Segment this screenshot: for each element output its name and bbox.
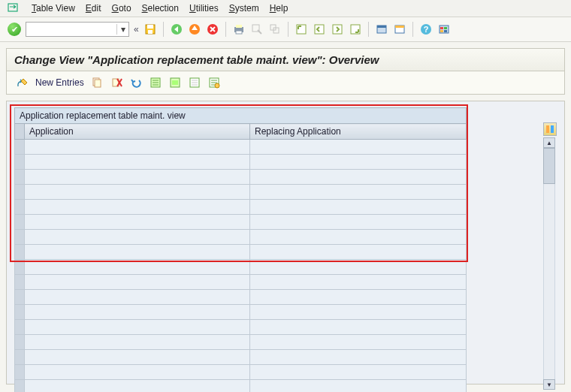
table-row[interactable]: [15, 365, 467, 380]
scroll-down-button[interactable]: ▼: [543, 379, 555, 390]
table-row[interactable]: [15, 140, 467, 155]
table-row[interactable]: [15, 290, 467, 305]
cell-replacing-application[interactable]: [250, 200, 467, 215]
cell-application[interactable]: [25, 320, 250, 335]
cell-replacing-application[interactable]: [250, 290, 467, 305]
cell-application[interactable]: [25, 365, 250, 380]
exit-icon[interactable]: [188, 23, 201, 36]
scroll-up-button[interactable]: ▲: [543, 137, 555, 148]
row-selector[interactable]: [15, 275, 25, 290]
cell-replacing-application[interactable]: [250, 380, 467, 393]
shortcut-icon[interactable]: [393, 23, 406, 36]
table-row[interactable]: [15, 185, 467, 200]
row-selector[interactable]: [15, 290, 25, 305]
row-selector[interactable]: [15, 215, 25, 230]
row-selector[interactable]: [15, 200, 25, 215]
cell-application[interactable]: [25, 230, 250, 245]
new-session-icon[interactable]: [375, 23, 388, 36]
cell-replacing-application[interactable]: [250, 320, 467, 335]
cell-application[interactable]: [25, 185, 250, 200]
select-all-icon[interactable]: [149, 76, 162, 89]
cell-application[interactable]: [25, 335, 250, 350]
row-selector[interactable]: [15, 350, 25, 365]
first-page-icon[interactable]: [295, 23, 308, 36]
deselect-all-icon[interactable]: [188, 76, 201, 89]
table-row[interactable]: [15, 245, 467, 260]
row-selector[interactable]: [15, 380, 25, 393]
cell-application[interactable]: [25, 350, 250, 365]
find-icon[interactable]: [250, 23, 264, 36]
next-page-icon[interactable]: [331, 23, 344, 36]
table-row[interactable]: [15, 305, 467, 320]
cell-replacing-application[interactable]: [250, 170, 467, 185]
row-selector[interactable]: [15, 335, 25, 350]
cell-application[interactable]: [25, 155, 250, 170]
select-all-header[interactable]: [15, 124, 25, 140]
row-selector[interactable]: [15, 170, 25, 185]
col-replacing-application[interactable]: Replacing Application: [250, 124, 467, 140]
row-selector[interactable]: [15, 185, 25, 200]
cell-application[interactable]: [25, 275, 250, 290]
save-icon[interactable]: [144, 23, 157, 36]
cell-replacing-application[interactable]: [250, 185, 467, 200]
data-grid[interactable]: Application Replacing Application: [14, 123, 467, 392]
delete-icon[interactable]: [110, 76, 123, 89]
cell-application[interactable]: [25, 170, 250, 185]
cell-replacing-application[interactable]: [250, 155, 467, 170]
cell-application[interactable]: [25, 215, 250, 230]
cell-application[interactable]: [25, 305, 250, 320]
cell-application[interactable]: [25, 380, 250, 393]
find-next-icon[interactable]: [268, 23, 282, 36]
table-row[interactable]: [15, 350, 467, 365]
row-selector[interactable]: [15, 155, 25, 170]
new-entries-button[interactable]: New Entries: [35, 77, 84, 88]
enter-button[interactable]: ✔: [8, 23, 21, 36]
cell-replacing-application[interactable]: [250, 140, 467, 155]
cell-replacing-application[interactable]: [250, 230, 467, 245]
layout-icon[interactable]: [437, 23, 451, 36]
cell-replacing-application[interactable]: [250, 245, 467, 260]
row-selector[interactable]: [15, 230, 25, 245]
cell-replacing-application[interactable]: [250, 335, 467, 350]
table-row[interactable]: [15, 170, 467, 185]
menu-table-view[interactable]: Table View: [32, 3, 75, 14]
cell-application[interactable]: [25, 245, 250, 260]
cell-replacing-application[interactable]: [250, 275, 467, 290]
col-application[interactable]: Application: [25, 124, 250, 140]
scroll-track[interactable]: [543, 184, 555, 379]
cell-application[interactable]: [25, 260, 250, 275]
table-row[interactable]: [15, 260, 467, 275]
row-selector[interactable]: [15, 245, 25, 260]
row-selector[interactable]: [15, 365, 25, 380]
cell-replacing-application[interactable]: [250, 365, 467, 380]
row-selector[interactable]: [15, 305, 25, 320]
row-selector[interactable]: [15, 260, 25, 275]
table-row[interactable]: [15, 200, 467, 215]
cell-replacing-application[interactable]: [250, 305, 467, 320]
cell-application[interactable]: [25, 140, 250, 155]
print-icon[interactable]: [232, 23, 246, 36]
command-field[interactable]: [26, 23, 116, 36]
menu-selection[interactable]: Selection: [142, 3, 179, 14]
table-row[interactable]: [15, 320, 467, 335]
configure-columns-icon[interactable]: [543, 122, 557, 136]
undo-icon[interactable]: [129, 76, 143, 89]
menu-help[interactable]: Help: [270, 3, 289, 14]
cell-application[interactable]: [25, 200, 250, 215]
copy-icon[interactable]: [90, 76, 104, 89]
row-selector[interactable]: [15, 140, 25, 155]
row-selector[interactable]: [15, 320, 25, 335]
help-icon[interactable]: ?: [419, 23, 433, 36]
scroll-thumb[interactable]: [543, 148, 555, 184]
last-page-icon[interactable]: [349, 23, 362, 36]
table-row[interactable]: [15, 275, 467, 290]
cell-replacing-application[interactable]: [250, 215, 467, 230]
cell-application[interactable]: [25, 290, 250, 305]
prev-page-icon[interactable]: [313, 23, 326, 36]
table-row[interactable]: [15, 155, 467, 170]
menu-goto[interactable]: Goto: [112, 3, 131, 14]
menu-system[interactable]: System: [229, 3, 259, 14]
table-row[interactable]: [15, 230, 467, 245]
cell-replacing-application[interactable]: [250, 350, 467, 365]
table-settings-icon[interactable]: [207, 76, 221, 89]
